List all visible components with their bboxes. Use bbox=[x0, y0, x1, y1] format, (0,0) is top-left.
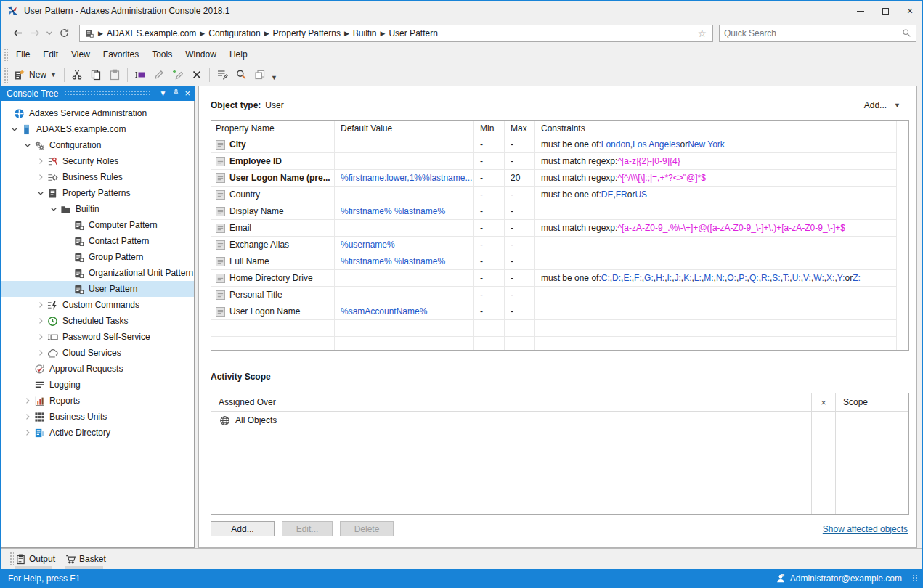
scope-add-button[interactable]: Add... bbox=[211, 521, 275, 536]
property-row-home-directory-drive[interactable]: Home Directory Drive--must be one of: C:… bbox=[211, 270, 908, 287]
column-header-min[interactable]: Min bbox=[474, 121, 505, 136]
chevron-down-icon[interactable] bbox=[22, 141, 33, 150]
property-row-display-name[interactable]: Display Name%firstname% %lastname%-- bbox=[211, 203, 908, 220]
chevron-down-icon[interactable] bbox=[9, 125, 20, 134]
tab-output[interactable]: Output bbox=[15, 549, 55, 569]
column-header-property-name[interactable]: Property Name bbox=[211, 121, 335, 136]
scope-edit-button[interactable]: Edit... bbox=[282, 521, 333, 536]
quick-search-input[interactable] bbox=[724, 28, 902, 38]
close-button[interactable]: × bbox=[898, 1, 922, 21]
tree-item-business-rules[interactable]: Business Rules bbox=[1, 169, 194, 185]
menu-help[interactable]: Help bbox=[223, 46, 254, 62]
property-row-employee-id[interactable]: Employee ID--must match regexp: ^[a-z]{2… bbox=[211, 153, 908, 170]
add-property-menu-button[interactable]: Add... ▼ bbox=[864, 100, 909, 110]
tree-item-active-directory[interactable]: Active Directory bbox=[1, 425, 194, 441]
property-row-city[interactable]: City--must be one of: London, Los Angele… bbox=[211, 136, 908, 153]
menu-tools[interactable]: Tools bbox=[145, 46, 179, 62]
tree-item-computer-pattern[interactable]: Computer Pattern bbox=[1, 217, 194, 233]
tree-item-adaxes-example-com[interactable]: ADAXES.example.com bbox=[1, 121, 194, 137]
breadcrumb-item-configuration[interactable]: Configuration bbox=[206, 28, 263, 38]
show-affected-objects-link[interactable]: Show affected objects bbox=[823, 524, 909, 534]
chevron-right-icon[interactable] bbox=[35, 348, 46, 357]
chevron-down-icon[interactable] bbox=[48, 205, 60, 213]
search-icon[interactable] bbox=[902, 28, 911, 38]
property-row-country[interactable]: Country--must be one of: DE, FR or US bbox=[211, 187, 908, 203]
chevron-right-icon[interactable] bbox=[35, 317, 46, 325]
scope-row-all-objects[interactable]: All Objects bbox=[211, 412, 811, 429]
menu-favorites[interactable]: Favorites bbox=[97, 46, 145, 62]
tree-item-scheduled-tasks[interactable]: Scheduled Tasks bbox=[1, 313, 194, 329]
pin-icon[interactable] bbox=[170, 89, 182, 98]
find-button[interactable] bbox=[232, 66, 251, 83]
tree-item-business-units[interactable]: Business Units bbox=[1, 409, 194, 425]
panel-menu-icon[interactable]: ▼ bbox=[157, 89, 168, 97]
property-row-user-logon-name-pre[interactable]: User Logon Name (pre...%firstname:lower,… bbox=[211, 170, 908, 187]
menu-file[interactable]: File bbox=[9, 46, 36, 62]
menu-edit[interactable]: Edit bbox=[36, 46, 65, 62]
scope-delete-button[interactable]: Delete bbox=[340, 521, 394, 536]
tree-item-approval-requests[interactable]: Approval Requests bbox=[1, 361, 194, 377]
forward-button[interactable] bbox=[27, 25, 43, 41]
column-header-max[interactable]: Max bbox=[505, 121, 535, 136]
list-properties-button[interactable] bbox=[213, 66, 232, 83]
chevron-right-icon[interactable] bbox=[35, 157, 46, 166]
history-dropdown-icon[interactable] bbox=[44, 25, 54, 41]
quick-search-box[interactable] bbox=[719, 25, 916, 42]
rename-button[interactable] bbox=[131, 66, 150, 83]
menu-view[interactable]: View bbox=[65, 46, 97, 62]
property-row-full-name[interactable]: Full Name%firstname% %lastname%-- bbox=[211, 253, 908, 270]
property-row-email[interactable]: Email--must match regexp: ^[a-zA-Z0-9_.%… bbox=[211, 220, 908, 237]
property-row-exchange-alias[interactable]: Exchange Alias%username%-- bbox=[211, 237, 908, 253]
breadcrumb[interactable]: ▶ADAXES.example.com▶Configuration▶Proper… bbox=[79, 25, 713, 42]
tab-basket[interactable]: Basket bbox=[65, 549, 106, 569]
breadcrumb-item-builtin[interactable]: Builtin bbox=[350, 28, 380, 38]
tree-item-property-patterns[interactable]: Property Patterns bbox=[1, 185, 194, 201]
property-row-personal-title[interactable]: Personal Title-- bbox=[211, 287, 908, 303]
tabbar-grip[interactable] bbox=[9, 552, 14, 566]
chevron-right-icon[interactable] bbox=[35, 332, 46, 341]
back-button[interactable] bbox=[9, 25, 25, 41]
panel-close-icon[interactable]: × bbox=[184, 88, 190, 99]
tree-item-custom-commands[interactable]: Custom Commands bbox=[1, 297, 194, 313]
tree-item-cloud-services[interactable]: Cloud Services bbox=[1, 345, 194, 361]
new-button[interactable]: New ▼ bbox=[9, 67, 61, 83]
chevron-right-icon[interactable] bbox=[35, 301, 46, 309]
tree-item-group-pattern[interactable]: Group Pattern bbox=[1, 249, 194, 265]
console-tree-header[interactable]: Console Tree ▼ × bbox=[1, 86, 195, 101]
tree-item-contact-pattern[interactable]: Contact Pattern bbox=[1, 233, 194, 249]
chevron-down-icon[interactable] bbox=[35, 189, 46, 197]
title-bar[interactable]: User Pattern - Adaxes Administration Con… bbox=[1, 1, 922, 21]
resize-grip[interactable] bbox=[911, 575, 918, 582]
tree-item-reports[interactable]: Reports bbox=[1, 393, 194, 409]
tree-item-builtin[interactable]: Builtin bbox=[1, 201, 194, 217]
breadcrumb-item-adaxes-example-com[interactable]: ADAXES.example.com bbox=[104, 28, 199, 38]
tree-item-user-pattern[interactable]: User Pattern bbox=[1, 281, 194, 297]
breadcrumb-item-property-patterns[interactable]: Property Patterns bbox=[270, 28, 343, 38]
tree-item-organizational-unit-pattern[interactable]: Organizational Unit Pattern bbox=[1, 265, 194, 281]
toolbar-options-icon[interactable]: ▼ bbox=[269, 68, 280, 81]
menubar-grip[interactable] bbox=[4, 48, 8, 61]
maximize-button[interactable] bbox=[873, 1, 898, 21]
minimize-button[interactable] bbox=[848, 1, 873, 21]
column-header-constraints[interactable]: Constraints bbox=[535, 121, 897, 136]
property-max: - bbox=[505, 187, 535, 203]
refresh-button[interactable] bbox=[56, 25, 72, 41]
chevron-right-icon[interactable] bbox=[22, 428, 33, 437]
tree-item-password-self-service[interactable]: Password Self-Service bbox=[1, 329, 194, 345]
toolbar-grip[interactable] bbox=[4, 67, 8, 83]
property-row-user-logon-name[interactable]: User Logon Name%samAccountName%-- bbox=[211, 303, 908, 320]
chevron-right-icon[interactable] bbox=[22, 396, 33, 405]
favorite-star-icon[interactable]: ☆ bbox=[696, 28, 708, 39]
tree-item-configuration[interactable]: Configuration bbox=[1, 137, 194, 153]
copy-button[interactable] bbox=[86, 66, 105, 83]
chevron-right-icon[interactable] bbox=[35, 173, 46, 181]
tree-item-adaxes-service-administration[interactable]: Adaxes Service Administration bbox=[1, 105, 194, 121]
tree-item-logging[interactable]: Logging bbox=[1, 377, 194, 393]
column-header-default-value[interactable]: Default Value bbox=[335, 121, 474, 136]
tree-item-security-roles[interactable]: Security Roles bbox=[1, 153, 194, 169]
breadcrumb-item-user-pattern[interactable]: User Pattern bbox=[386, 28, 440, 38]
cut-button[interactable] bbox=[68, 66, 86, 83]
delete-button[interactable] bbox=[187, 66, 206, 83]
menu-window[interactable]: Window bbox=[179, 46, 223, 62]
chevron-right-icon[interactable] bbox=[22, 412, 33, 421]
